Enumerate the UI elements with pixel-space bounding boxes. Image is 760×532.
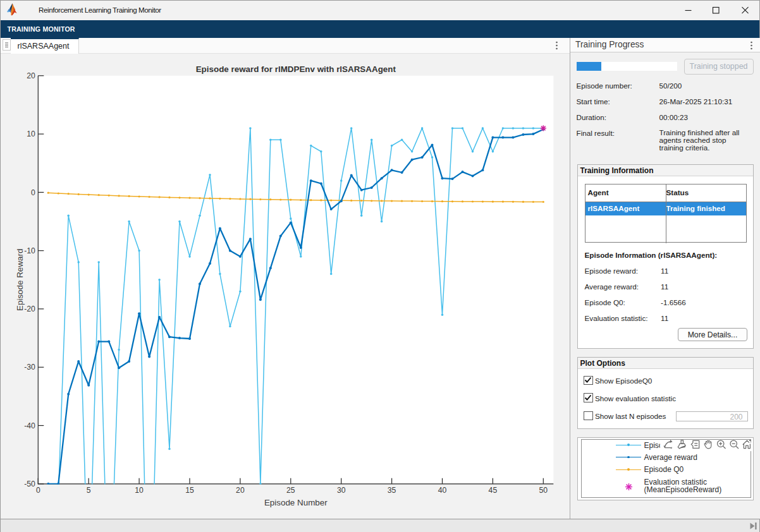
svg-text:40: 40	[438, 486, 447, 495]
svg-text:0: 0	[31, 188, 35, 196]
svg-text:45: 45	[489, 486, 498, 495]
svg-text:10: 10	[27, 130, 35, 138]
svg-text:0: 0	[36, 486, 40, 495]
svg-text:-20: -20	[24, 305, 35, 313]
svg-text:20: 20	[236, 486, 245, 495]
svg-text:Episode Reward: Episode Reward	[15, 248, 25, 310]
svg-text:-10: -10	[24, 246, 35, 255]
svg-text:35: 35	[388, 486, 396, 495]
svg-text:-40: -40	[24, 421, 35, 430]
svg-text:5: 5	[87, 486, 91, 495]
svg-text:15: 15	[185, 486, 194, 495]
svg-text:Episode Number: Episode Number	[264, 498, 328, 507]
svg-text:-30: -30	[24, 363, 35, 372]
svg-text:25: 25	[286, 486, 295, 495]
svg-text:20: 20	[27, 71, 35, 80]
svg-text:10: 10	[135, 486, 144, 495]
svg-text:50: 50	[539, 486, 548, 495]
svg-text:-50: -50	[24, 480, 35, 488]
svg-text:30: 30	[337, 486, 346, 495]
svg-text:Episode reward for rlMDPEnv wi: Episode reward for rlMDPEnv with rlSARSA…	[196, 64, 396, 74]
